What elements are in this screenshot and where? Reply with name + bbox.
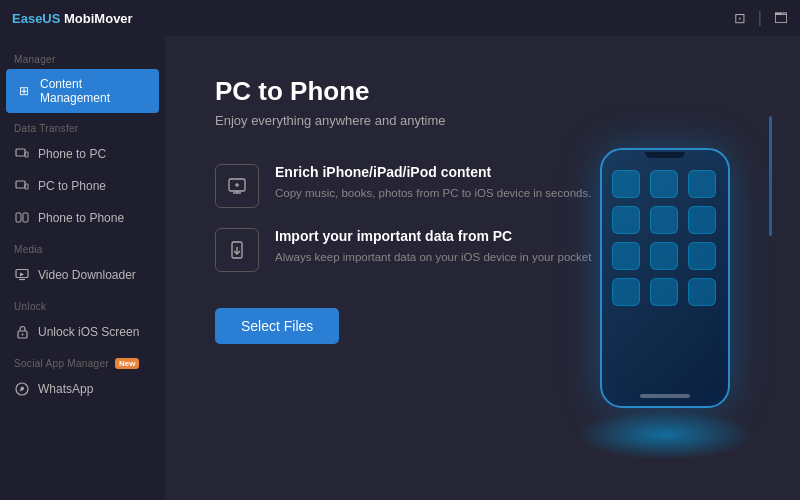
app-icon-1 <box>612 170 640 198</box>
layout-icon[interactable]: 🗔 <box>774 10 788 26</box>
video-downloader-icon <box>14 267 30 283</box>
svg-rect-5 <box>23 213 28 222</box>
svg-rect-0 <box>16 149 25 156</box>
lock-icon <box>14 324 30 340</box>
section-data-transfer-label: Data Transfer <box>0 113 165 138</box>
app-title: EaseUS MobiMover <box>12 11 133 26</box>
phone-to-pc-icon <box>14 146 30 162</box>
phone-home-bar <box>640 394 690 398</box>
phone-body <box>600 148 730 408</box>
phone-notch <box>645 152 685 158</box>
app-icon-12 <box>688 278 716 306</box>
section-unlock-label: Unlock <box>0 291 165 316</box>
section-manager-label: Manager <box>0 44 165 69</box>
app-icon-5 <box>650 206 678 234</box>
enrich-content-icon <box>215 164 259 208</box>
pc-to-phone-icon <box>14 178 30 194</box>
feature-import-desc: Always keep important data on your iOS d… <box>275 249 591 266</box>
section-social-label-row: Social App Manager New <box>0 348 165 373</box>
svg-rect-2 <box>16 181 25 188</box>
feature-card-enrich-text: Enrich iPhone/iPad/iPod content Copy mus… <box>275 164 591 202</box>
sidebar-item-label-phone-to-phone: Phone to Phone <box>38 211 124 225</box>
app-icon-8 <box>650 242 678 270</box>
feature-card-import: Import your important data from PC Alway… <box>215 228 595 272</box>
deco-line-1 <box>769 116 772 236</box>
sidebar-item-phone-to-phone[interactable]: Phone to Phone <box>0 202 165 234</box>
app-name-highlight: EaseUS <box>12 11 60 26</box>
app-icon-2 <box>650 170 678 198</box>
sidebar-item-label-video-downloader: Video Downloader <box>38 268 136 282</box>
svg-point-9 <box>21 334 23 336</box>
whatsapp-icon <box>14 381 30 397</box>
minimize-icon[interactable]: ⊡ <box>734 10 746 26</box>
content-area: PC to Phone Enjoy everything anywhere an… <box>165 36 800 500</box>
feature-enrich-title: Enrich iPhone/iPad/iPod content <box>275 164 591 180</box>
import-data-icon <box>215 228 259 272</box>
sidebar-item-label-pc-to-phone: PC to Phone <box>38 179 106 193</box>
sidebar-item-unlock-ios-screen[interactable]: Unlock iOS Screen <box>0 316 165 348</box>
main-layout: Manager ⊞ Content Management Data Transf… <box>0 36 800 500</box>
sidebar-item-whatsapp[interactable]: WhatsApp <box>0 373 165 405</box>
sidebar-item-content-management[interactable]: ⊞ Content Management <box>6 69 159 113</box>
title-bar: EaseUS MobiMover ⊡ | 🗔 <box>0 0 800 36</box>
section-media-label: Media <box>0 234 165 259</box>
divider: | <box>758 9 762 27</box>
svg-rect-1 <box>25 152 28 157</box>
phone-illustration <box>550 76 780 480</box>
app-icon-9 <box>688 242 716 270</box>
sidebar-item-label-content-management: Content Management <box>40 77 149 105</box>
svg-rect-4 <box>16 213 21 222</box>
title-bar-controls: ⊡ | 🗔 <box>734 9 788 27</box>
sidebar: Manager ⊞ Content Management Data Transf… <box>0 36 165 500</box>
sidebar-item-video-downloader[interactable]: Video Downloader <box>0 259 165 291</box>
title-bar-left: EaseUS MobiMover <box>12 11 133 26</box>
app-icon-10 <box>612 278 640 306</box>
select-files-button[interactable]: Select Files <box>215 308 339 344</box>
sidebar-item-pc-to-phone[interactable]: PC to Phone <box>0 170 165 202</box>
phone-glow <box>575 410 755 460</box>
app-icon-7 <box>612 242 640 270</box>
svg-rect-3 <box>25 184 28 189</box>
app-name-rest: MobiMover <box>60 11 132 26</box>
feature-cards: Enrich iPhone/iPad/iPod content Copy mus… <box>215 164 595 272</box>
feature-import-title: Import your important data from PC <box>275 228 591 244</box>
sidebar-item-label-unlock-ios-screen: Unlock iOS Screen <box>38 325 139 339</box>
app-icon-4 <box>612 206 640 234</box>
feature-card-import-text: Import your important data from PC Alway… <box>275 228 591 266</box>
phone-to-phone-icon <box>14 210 30 226</box>
content-management-icon: ⊞ <box>16 83 32 99</box>
section-social-label: Social App Manager <box>14 358 109 369</box>
feature-card-enrich: Enrich iPhone/iPad/iPod content Copy mus… <box>215 164 595 208</box>
new-badge: New <box>115 358 139 369</box>
sidebar-item-phone-to-pc[interactable]: Phone to PC <box>0 138 165 170</box>
sidebar-item-label-whatsapp: WhatsApp <box>38 382 93 396</box>
app-icon-3 <box>688 170 716 198</box>
sidebar-item-label-phone-to-pc: Phone to PC <box>38 147 106 161</box>
app-icon-11 <box>650 278 678 306</box>
feature-enrich-desc: Copy music, books, photos from PC to iOS… <box>275 185 591 202</box>
app-icon-6 <box>688 206 716 234</box>
phone-screen <box>602 162 728 390</box>
